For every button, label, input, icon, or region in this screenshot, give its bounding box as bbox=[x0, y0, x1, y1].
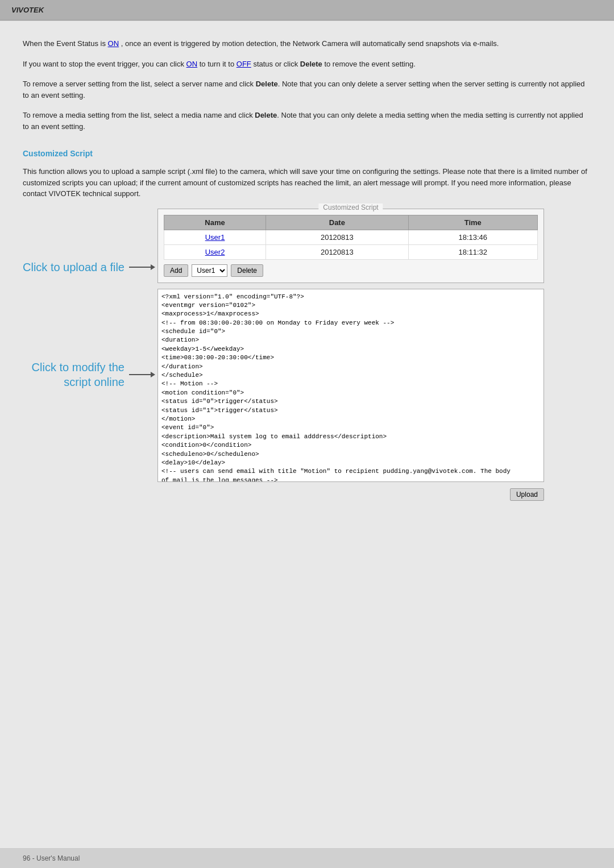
script-panel: Customized Script Name Date Time User1 2… bbox=[157, 209, 544, 501]
section-title: Customized Script bbox=[23, 149, 591, 158]
row-time: 18:13:46 bbox=[408, 230, 537, 244]
col-header-name: Name bbox=[164, 215, 265, 230]
code-editor[interactable] bbox=[157, 289, 544, 482]
para2-text-after: status or click Delete to remove the eve… bbox=[253, 60, 415, 68]
page-wrapper: VIVOTEK When the Event Status is ON , on… bbox=[0, 0, 614, 868]
header: VIVOTEK bbox=[0, 0, 614, 20]
delete-button[interactable]: Delete bbox=[231, 264, 263, 277]
col-header-date: Date bbox=[266, 215, 408, 230]
paragraph-4: To remove a media setting from the list,… bbox=[23, 110, 591, 132]
customized-script-area: Click to upload a file Click to modify t… bbox=[23, 209, 591, 501]
script-table-container: Customized Script Name Date Time User1 2… bbox=[157, 209, 544, 283]
row-name[interactable]: User1 bbox=[164, 230, 265, 244]
paragraph-1: When the Event Status is ON , once an ev… bbox=[23, 38, 591, 49]
upload-file-label: Click to upload a file bbox=[23, 260, 125, 275]
on-link-1[interactable]: ON bbox=[108, 39, 119, 48]
paragraph-3: To remove a server setting from the list… bbox=[23, 78, 591, 101]
row-date: 20120813 bbox=[266, 230, 408, 244]
para1-text-before: When the Event Status is bbox=[23, 39, 108, 48]
upload-label-group: Click to upload a file bbox=[23, 260, 152, 275]
table-row: User1 20120813 18:13:46 bbox=[164, 230, 537, 244]
script-table-legend: Customized Script bbox=[318, 203, 383, 211]
user-select[interactable]: User1User2 bbox=[192, 264, 227, 277]
header-title: VIVOTEK bbox=[11, 6, 44, 14]
main-content: When the Event Status is ON , once an ev… bbox=[0, 20, 614, 849]
upload-row: Upload bbox=[157, 488, 544, 501]
off-link[interactable]: OFF bbox=[237, 60, 251, 68]
controls-row: Add User1User2 Delete bbox=[164, 264, 538, 277]
para2-text-middle: to turn it to bbox=[200, 60, 237, 68]
para2-text-before: If you want to stop the event trigger, y… bbox=[23, 60, 186, 68]
row-time: 18:11:32 bbox=[408, 244, 537, 259]
paragraph-2: If you want to stop the event trigger, y… bbox=[23, 59, 591, 70]
modify-arrow bbox=[129, 374, 152, 375]
upload-arrow bbox=[129, 267, 152, 268]
para1-text-middle: , once an event is triggered by motion d… bbox=[121, 39, 499, 48]
row-name[interactable]: User2 bbox=[164, 244, 265, 259]
on-link-2[interactable]: ON bbox=[186, 60, 198, 68]
script-description: This function allows you to upload a sam… bbox=[23, 166, 591, 200]
modify-label-group: Click to modify the script online bbox=[32, 360, 152, 389]
col-header-time: Time bbox=[408, 215, 537, 230]
table-row: User2 20120813 18:11:32 bbox=[164, 244, 537, 259]
left-labels: Click to upload a file Click to modify t… bbox=[23, 209, 152, 406]
footer: 96 - User's Manual bbox=[0, 849, 614, 868]
row-date: 20120813 bbox=[266, 244, 408, 259]
upload-button[interactable]: Upload bbox=[510, 488, 544, 501]
add-button[interactable]: Add bbox=[164, 264, 188, 277]
footer-text: 96 - User's Manual bbox=[23, 854, 80, 862]
modify-script-label: Click to modify the script online bbox=[32, 360, 125, 389]
script-table: Name Date Time User1 20120813 18:13:46 U… bbox=[164, 215, 538, 260]
